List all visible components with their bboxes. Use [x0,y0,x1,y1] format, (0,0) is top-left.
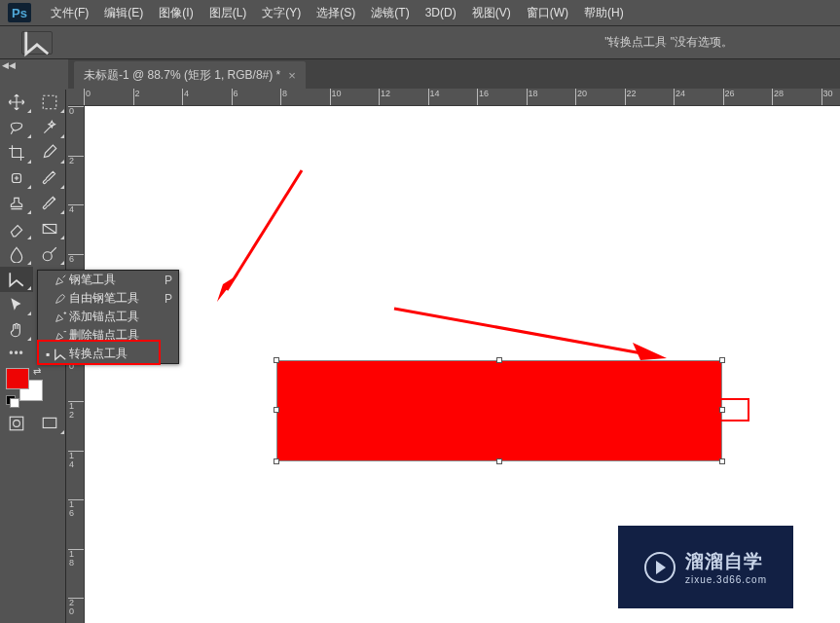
swap-colors-icon[interactable]: ⇄ [33,366,41,377]
active-dot-icon: ▪ [44,348,52,361]
svg-point-7 [14,421,20,427]
history-brush-tool[interactable] [33,191,66,216]
gradient-tool[interactable] [33,216,66,241]
transform-handle[interactable] [274,407,279,413]
document-tab-bar: 未标题-1 @ 88.7% (矩形 1, RGB/8#) * × [68,59,840,89]
transform-handle[interactable] [719,357,725,363]
quickmask-tool[interactable] [0,411,33,436]
current-tool-icon[interactable] [21,31,53,55]
color-swatches[interactable]: ⇄ [0,364,66,411]
document-tab-title: 未标题-1 @ 88.7% (矩形 1, RGB/8#) * [84,67,280,84]
menu-filter[interactable]: 滤镜(T) [363,1,417,25]
menu-view[interactable]: 视图(V) [464,1,519,25]
annotation-arrow-icon [209,165,307,312]
close-tab-icon[interactable]: × [288,68,296,83]
options-bar: "转换点工具 "没有选项。 [0,26,840,59]
svg-point-3 [43,252,52,261]
move-tool[interactable] [0,90,33,115]
watermark: 溜溜自学 zixue.3d66.com [618,526,793,608]
eraser-tool[interactable] [0,216,33,241]
menu-type[interactable]: 文字(Y) [254,1,309,25]
watermark-title: 溜溜自学 [685,549,767,574]
add-anchor-icon [52,311,69,324]
marquee-tool[interactable] [33,90,66,115]
transform-handle[interactable] [274,458,279,464]
flyout-shortcut: P [164,292,172,306]
transform-handle[interactable] [496,458,502,464]
vertical-ruler[interactable]: 02468101214161820 [68,106,85,623]
pen-tool-flyout: 钢笔工具 P 自由钢笔工具 P 添加锚点工具 删除锚点工具 ▪ 转换点工具 [37,270,179,364]
edit-toolbar-icon[interactable]: ••• [0,343,33,364]
magic-wand-tool[interactable] [33,115,66,140]
horizontal-ruler[interactable]: 0246810121416182022242628303234 [84,89,840,106]
play-icon [644,552,676,583]
menu-bar: Ps 文件(F) 编辑(E) 图像(I) 图层(L) 文字(Y) 选择(S) 滤… [0,0,840,26]
svg-rect-6 [10,417,23,430]
menu-select[interactable]: 选择(S) [309,1,363,25]
delete-anchor-icon [52,329,69,343]
dodge-tool[interactable] [33,241,66,267]
ps-logo-icon: Ps [8,3,31,22]
eyedropper-tool[interactable] [33,140,66,165]
document-tab[interactable]: 未标题-1 @ 88.7% (矩形 1, RGB/8#) * × [74,61,306,89]
svg-rect-8 [43,418,56,427]
menu-edit[interactable]: 编辑(E) [96,1,151,25]
pen-tool[interactable] [0,267,33,292]
menu-image[interactable]: 图像(I) [151,1,201,25]
menu-window[interactable]: 窗口(W) [519,1,576,25]
panel-collapse-icon[interactable]: ◀◀ [2,60,16,70]
stamp-tool[interactable] [0,191,33,216]
menu-file[interactable]: 文件(F) [43,1,96,25]
flyout-shortcut: P [164,274,172,287]
transform-handle[interactable] [719,458,725,464]
flyout-add-anchor-tool[interactable]: 添加锚点工具 [38,308,178,326]
ruler-origin[interactable] [68,89,85,106]
foreground-color-swatch[interactable] [6,368,29,389]
screenmode-tool[interactable] [33,411,66,436]
flyout-label: 钢笔工具 [69,272,159,288]
lasso-tool[interactable] [0,115,33,140]
menu-layer[interactable]: 图层(L) [201,1,255,25]
annotation-arrow-icon [389,304,672,367]
hand-tool[interactable] [0,317,33,343]
menu-help[interactable]: 帮助(H) [576,1,632,25]
flyout-convert-point-tool[interactable]: ▪ 转换点工具 [38,345,178,363]
watermark-url: zixue.3d66.com [685,574,767,585]
menu-3d[interactable]: 3D(D) [418,2,464,23]
flyout-delete-anchor-tool[interactable]: 删除锚点工具 [38,326,178,345]
convert-point-icon [52,348,69,361]
default-colors-icon-2 [10,398,19,408]
flyout-label: 转换点工具 [69,346,172,362]
path-select-tool[interactable] [0,292,33,317]
brush-tool[interactable] [33,165,66,191]
flyout-label: 添加锚点工具 [69,309,172,325]
options-info-text: "转换点工具 "没有选项。 [604,34,733,51]
crop-tool[interactable] [0,140,33,165]
flyout-label: 自由钢笔工具 [69,290,159,307]
freeform-pen-icon [52,292,69,306]
flyout-freeform-pen-tool[interactable]: 自由钢笔工具 P [38,289,178,308]
flyout-label: 删除锚点工具 [69,327,172,344]
flyout-pen-tool[interactable]: 钢笔工具 P [38,271,178,289]
healing-tool[interactable] [0,165,33,191]
blur-tool[interactable] [0,241,33,267]
rectangle-shape[interactable] [277,361,721,460]
transform-handle[interactable] [719,407,725,413]
transform-handle[interactable] [274,357,279,363]
svg-rect-0 [43,95,56,109]
pen-icon [52,274,69,287]
